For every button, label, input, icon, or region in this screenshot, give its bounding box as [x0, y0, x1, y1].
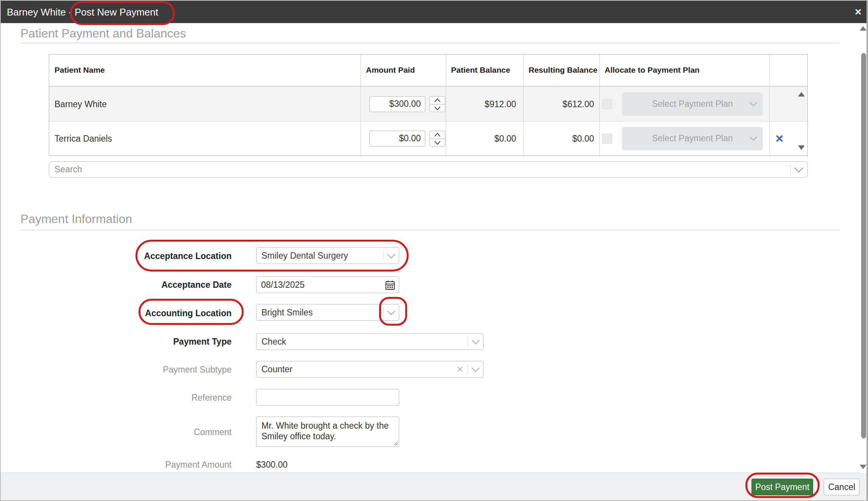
header-patient-balance: Patient Balance [451, 66, 510, 75]
resize-handle-icon[interactable] [393, 440, 398, 446]
clear-icon[interactable]: ✕ [457, 365, 464, 375]
patient-payments-table: Patient Name Amount Paid Patient Balance… [49, 54, 808, 156]
patient-balance: $912.00 [446, 99, 516, 109]
post-payment-button[interactable]: Post Payment [751, 479, 813, 495]
comment-label: Comment [107, 427, 232, 437]
header-resulting-balance: Resulting Balance [529, 66, 597, 75]
table-row: Terrica Daniels $0.00 $0.00 Select Payme… [49, 122, 807, 155]
scroll-down-icon[interactable] [860, 465, 866, 469]
amount-spinner[interactable] [429, 131, 445, 147]
accounting-location-select[interactable]: Bright Smiles [256, 304, 399, 321]
header-amount-paid: Amount Paid [366, 66, 415, 75]
payment-amount-label: Payment Amount [107, 460, 232, 470]
close-icon[interactable]: ✕ [854, 7, 862, 17]
dialog-footer [1, 473, 866, 500]
section-title-payment-info: Payment Information [20, 212, 132, 226]
chevron-down-icon [387, 310, 396, 315]
dialog-titlebar: Barney White - Post New Payment ✕ [1, 1, 866, 23]
column-divider [361, 55, 361, 155]
header-allocate-plan: Allocate to Payment Plan [605, 66, 700, 75]
column-divider [599, 55, 600, 155]
table-scrollbar[interactable] [796, 87, 807, 155]
payment-plan-placeholder: Select Payment Plan [652, 99, 733, 109]
acceptance-location-select[interactable]: Smiley Dental Surgery [256, 247, 399, 264]
amount-paid-input[interactable] [369, 131, 425, 147]
section-divider [20, 43, 840, 43]
amount-paid-input[interactable] [369, 96, 425, 112]
accounting-location-value: Bright Smiles [261, 307, 313, 318]
resulting-balance: $0.00 [527, 133, 594, 144]
scroll-up-icon[interactable] [798, 92, 805, 97]
payment-type-label: Payment Type [107, 337, 232, 347]
chevron-down-icon [794, 167, 804, 173]
payment-plan-select[interactable]: Select Payment Plan [622, 127, 763, 150]
spinner-up-icon[interactable] [430, 97, 445, 104]
scroll-up-icon[interactable] [860, 26, 866, 31]
patient-balance: $0.00 [446, 133, 516, 144]
chevron-down-icon [471, 367, 480, 372]
header-patient-name: Patient Name [54, 66, 105, 75]
section-divider [20, 230, 840, 230]
acceptance-date-label: Acceptance Date [107, 280, 232, 290]
column-divider [769, 55, 770, 155]
spinner-down-icon[interactable] [430, 105, 445, 112]
dialog-scrollbar-thumb[interactable] [861, 53, 866, 439]
section-title-patient-payments: Patient Payment and Balances [20, 27, 186, 41]
patient-search-combobox[interactable] [49, 161, 808, 178]
remove-row-button[interactable]: ✕ [773, 132, 786, 145]
allocate-checkbox[interactable] [602, 133, 612, 144]
payment-subtype-value: Counter [261, 364, 292, 375]
payment-plan-placeholder: Select Payment Plan [652, 133, 733, 144]
column-divider [523, 55, 524, 155]
chevron-down-icon [749, 136, 758, 141]
post-new-payment-dialog: Barney White - Post New Payment ✕ Patien… [0, 0, 868, 501]
amount-spinner[interactable] [429, 96, 445, 112]
payment-plan-select[interactable]: Select Payment Plan [622, 92, 763, 116]
patient-name: Barney White [54, 99, 107, 109]
acceptance-location-label: Acceptance Location [107, 251, 232, 261]
dialog-title: Barney White - Post New Payment [7, 6, 158, 18]
acceptance-location-value: Smiley Dental Surgery [261, 251, 348, 261]
payment-subtype-label: Payment Subtype [107, 365, 232, 375]
patient-name: Terrica Daniels [54, 133, 112, 144]
resulting-balance: $612.00 [527, 99, 594, 109]
acceptance-date-input[interactable] [256, 276, 399, 293]
column-divider [446, 55, 446, 155]
payment-type-value: Check [261, 337, 286, 347]
reference-label: Reference [107, 393, 232, 403]
reference-input[interactable] [256, 389, 399, 406]
comment-textarea[interactable]: Mr. White brought a check by the Smiley … [256, 417, 399, 447]
search-input[interactable] [54, 162, 773, 176]
spinner-down-icon[interactable] [430, 139, 445, 147]
cancel-button[interactable]: Cancel [824, 479, 860, 495]
payment-type-select[interactable]: Check [256, 333, 484, 350]
calendar-icon[interactable] [385, 280, 395, 290]
table-row: Barney White $912.00 $612.00 Select Paym… [49, 87, 807, 122]
spinner-up-icon[interactable] [430, 131, 445, 139]
accounting-location-label: Accounting Location [107, 308, 232, 318]
chevron-down-icon [387, 253, 396, 259]
table-header-row: Patient Name Amount Paid Patient Balance… [49, 55, 807, 87]
chevron-down-icon [749, 101, 758, 106]
allocate-checkbox[interactable] [602, 99, 612, 109]
payment-amount-value: $300.00 [256, 460, 288, 470]
payment-subtype-select[interactable]: Counter ✕ [256, 361, 484, 378]
chevron-down-icon [471, 339, 480, 345]
scroll-down-icon[interactable] [798, 145, 805, 150]
